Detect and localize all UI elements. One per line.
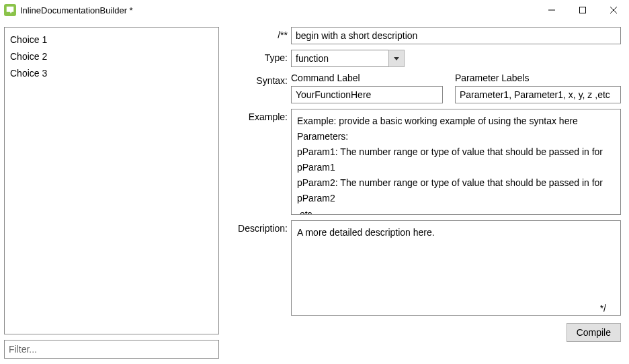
form-grid: /** Type: Syntax: Command Label Paramete… bbox=[234, 27, 621, 318]
close-button[interactable] bbox=[598, 0, 629, 20]
type-dropdown-button[interactable] bbox=[388, 50, 405, 67]
right-panel: /** Type: Syntax: Command Label Paramete… bbox=[234, 27, 621, 359]
description-textarea[interactable] bbox=[291, 220, 621, 316]
syntax-label: Syntax: bbox=[234, 73, 288, 103]
type-label: Type: bbox=[234, 50, 288, 67]
type-select[interactable] bbox=[291, 50, 405, 67]
short-description-input[interactable] bbox=[291, 27, 621, 44]
list-item[interactable]: Choice 2 bbox=[7, 48, 216, 65]
window-title: InlineDocumentationBuilder * bbox=[20, 5, 536, 15]
type-input[interactable] bbox=[291, 50, 388, 67]
command-label-header: Command Label bbox=[291, 73, 443, 83]
doc-open-label: /** bbox=[234, 27, 288, 44]
filter-input[interactable] bbox=[4, 340, 219, 359]
maximize-button[interactable] bbox=[567, 0, 598, 20]
list-item[interactable]: Choice 1 bbox=[7, 32, 216, 48]
app-icon bbox=[4, 4, 16, 16]
command-label-input[interactable] bbox=[291, 86, 443, 103]
parameter-labels-input[interactable] bbox=[455, 86, 621, 103]
description-label: Description: bbox=[234, 220, 288, 318]
window-controls bbox=[536, 0, 629, 20]
minimize-button[interactable] bbox=[536, 0, 567, 20]
example-textarea[interactable] bbox=[291, 109, 621, 215]
content-area: Choice 1 Choice 2 Choice 3 /** Type: Syn… bbox=[0, 20, 629, 364]
choice-list[interactable]: Choice 1 Choice 2 Choice 3 bbox=[4, 27, 219, 334]
button-row: Compile bbox=[234, 323, 621, 342]
left-panel: Choice 1 Choice 2 Choice 3 bbox=[4, 27, 219, 359]
list-item[interactable]: Choice 3 bbox=[7, 65, 216, 82]
compile-button[interactable]: Compile bbox=[567, 323, 621, 342]
svg-rect-1 bbox=[580, 7, 586, 13]
param-label-header: Parameter Labels bbox=[455, 73, 530, 83]
titlebar: InlineDocumentationBuilder * bbox=[0, 0, 629, 20]
example-label: Example: bbox=[234, 109, 288, 215]
